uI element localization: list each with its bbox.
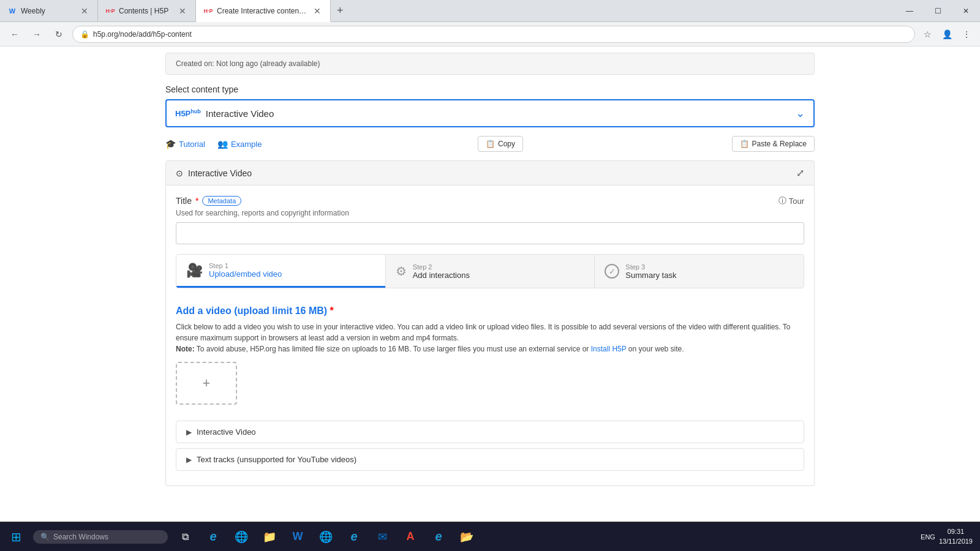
taskbar-search[interactable]: 🔍: [33, 530, 168, 544]
step2-info: Step 2 Add interactions: [413, 263, 470, 280]
h5p-create-favicon: H·P: [203, 6, 213, 16]
step2-name: Add interactions: [413, 271, 470, 280]
step3-label: Step 3: [625, 263, 676, 271]
taskbar-app-word[interactable]: W: [284, 523, 311, 550]
h5p-create-tab-close[interactable]: ✕: [312, 6, 323, 16]
metadata-badge[interactable]: Metadata: [202, 196, 241, 206]
install-h5p-link[interactable]: Install H5P: [591, 345, 627, 353]
tutorial-link[interactable]: 🎓 Tutorial: [165, 139, 205, 149]
steps-row: 🎥 Step 1 Upload/embed video ⚙ Step 2 Add…: [176, 254, 804, 288]
taskbar-app-chrome2[interactable]: 🌐: [312, 523, 339, 550]
select-content-label: Select content type: [165, 84, 815, 94]
close-button[interactable]: ✕: [952, 0, 980, 22]
step-summary-task[interactable]: ✓ Step 3 Summary task: [595, 255, 804, 288]
back-button[interactable]: ←: [6, 26, 23, 43]
upload-area[interactable]: +: [176, 362, 237, 405]
new-tab-button[interactable]: +: [331, 0, 350, 21]
maximize-button[interactable]: ☐: [924, 0, 952, 22]
paste-replace-button[interactable]: 📋 Paste & Replace: [732, 136, 815, 152]
title-text: Title: [176, 196, 192, 206]
profile-icon[interactable]: 👤: [940, 27, 954, 42]
h5p-contents-tab-title: Contents | H5P: [119, 7, 173, 15]
star-icon[interactable]: ☆: [920, 27, 935, 42]
taskbar-apps: ⧉ e 🌐 📁 W 🌐 e ✉ A: [172, 523, 480, 550]
forward-button[interactable]: →: [28, 26, 45, 43]
step2-icon: ⚙: [396, 264, 407, 279]
content-type-selector[interactable]: H5Phub Interactive Video ⌄: [165, 99, 815, 127]
taskbar-app-file-explorer[interactable]: 📁: [256, 523, 283, 550]
step-upload-video[interactable]: 🎥 Step 1 Upload/embed video: [176, 255, 385, 288]
hub-sup: hub: [190, 108, 201, 114]
title-row: Title * Metadata ⓘ Tour: [176, 195, 804, 206]
word-icon: W: [293, 530, 303, 543]
top-info-box: Created on: Not long ago (already availa…: [165, 53, 815, 75]
collapsible-iv-arrow-icon: ▶: [186, 428, 192, 437]
refresh-button[interactable]: ↻: [50, 26, 67, 43]
taskbar-app-chrome[interactable]: 🌐: [228, 523, 255, 550]
lock-icon: 🔒: [80, 30, 89, 39]
taskbar-app-ie3[interactable]: e: [425, 523, 452, 550]
menu-icon[interactable]: ⋮: [959, 27, 974, 42]
expand-icon[interactable]: ⤢: [796, 167, 804, 179]
copy-button[interactable]: 📋 Copy: [478, 136, 523, 152]
note-label: Note:: [176, 345, 195, 353]
action-links-row: 🎓 Tutorial 👥 Example 📋 Copy 📋 Paste & Re…: [165, 136, 815, 152]
paste-icon: 📋: [740, 140, 749, 148]
outlook-icon: ✉: [378, 530, 387, 544]
taskbar-app-fileexplorer2[interactable]: 📂: [453, 523, 480, 550]
taskbar-right: ENG 09:31 13/11/2019: [921, 527, 978, 546]
acrobat-icon: A: [407, 530, 415, 543]
collapsible-iv-header[interactable]: ▶ Interactive Video: [176, 421, 804, 443]
url-bar[interactable]: 🔒 h5p.org/node/add/h5p-content: [72, 26, 915, 43]
taskbar-lang: ENG: [921, 533, 935, 541]
collapsible-tt-arrow-icon: ▶: [186, 455, 192, 464]
title-hint: Used for searching, reports and copyrigh…: [176, 209, 804, 217]
example-link[interactable]: 👥 Example: [217, 139, 262, 149]
add-video-section: Add a video (upload limit 16 MB) * Click…: [176, 297, 804, 421]
form-section: Title * Metadata ⓘ Tour Used for searchi…: [165, 186, 815, 486]
tour-icon: ⓘ: [778, 195, 786, 206]
step3-name: Summary task: [625, 271, 676, 280]
windows-start-button[interactable]: ⊞: [2, 523, 29, 550]
tab-h5p-contents[interactable]: H·P Contents | H5P ✕: [98, 0, 196, 21]
h5p-contents-tab-close[interactable]: ✕: [177, 6, 188, 16]
step2-label: Step 2: [413, 263, 470, 271]
copy-label: Copy: [498, 140, 515, 148]
step3-info: Step 3 Summary task: [625, 263, 676, 280]
add-video-description: Click below to add a video you wish to u…: [176, 321, 804, 354]
collapsible-tt-header[interactable]: ▶ Text tracks (unsupported for YouTube v…: [176, 449, 804, 470]
taskbar-app-acrobat[interactable]: A: [397, 523, 424, 550]
note-end: on your web site.: [628, 345, 684, 353]
chrome-icon: 🌐: [235, 530, 248, 544]
taskbar-clock: 09:31 13/11/2019: [939, 527, 973, 546]
collapsible-text-tracks: ▶ Text tracks (unsupported for YouTube v…: [176, 448, 804, 471]
taskbar-app-ie2[interactable]: e: [341, 523, 368, 550]
taskbar-app-task-view[interactable]: ⧉: [172, 523, 198, 550]
tour-link[interactable]: ⓘ Tour: [778, 195, 804, 206]
taskbar-search-icon: 🔍: [40, 533, 50, 541]
weebly-tab-close[interactable]: ✕: [79, 6, 90, 16]
step-add-interactions[interactable]: ⚙ Step 2 Add interactions: [386, 255, 595, 288]
taskbar-search-input[interactable]: [53, 533, 160, 541]
chrome2-icon: 🌐: [319, 530, 333, 544]
address-bar-right: ☆ 👤 ⋮: [920, 27, 974, 42]
address-bar: ← → ↻ 🔒 h5p.org/node/add/h5p-content ☆ 👤…: [0, 22, 980, 47]
ie2-icon: e: [350, 530, 357, 544]
step1-name: Upload/embed video: [209, 269, 282, 279]
add-video-title-text: Add a video (upload limit 16 MB): [176, 305, 327, 316]
taskbar-app-outlook[interactable]: ✉: [369, 523, 396, 550]
tutorial-label: Tutorial: [179, 140, 205, 149]
play-circle-icon: ⊙: [176, 168, 183, 178]
top-info-text: Created on: Not long ago (already availa…: [176, 59, 320, 68]
file-explorer-icon: 📁: [263, 530, 276, 544]
minimize-button[interactable]: —: [895, 0, 924, 22]
required-star: *: [195, 196, 198, 206]
title-input[interactable]: [176, 222, 804, 244]
h5p-create-tab-title: Create Interactive content | H5P: [217, 7, 308, 15]
h5p-contents-favicon: H·P: [105, 6, 115, 16]
tab-weebly[interactable]: W Weebly ✕: [0, 0, 98, 21]
page-content: Created on: Not long ago (already availa…: [0, 47, 980, 522]
tab-h5p-create[interactable]: H·P Create Interactive content | H5P ✕: [196, 0, 331, 22]
taskbar-time-value: 09:31: [939, 527, 973, 536]
taskbar-app-ie[interactable]: e: [200, 523, 227, 550]
